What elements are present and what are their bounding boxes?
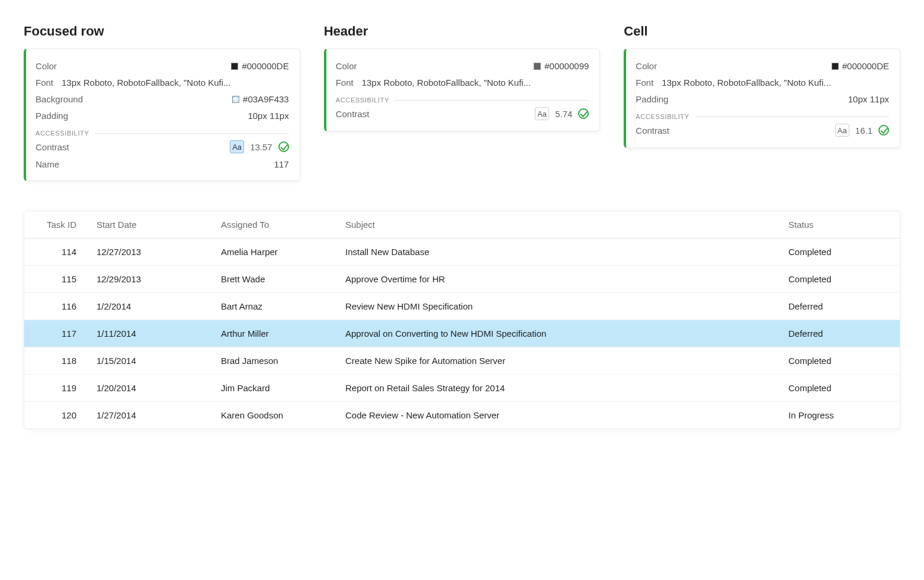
- aa-sample-badge: Aa: [535, 107, 549, 120]
- color-value-wrap: #00000099: [363, 61, 589, 71]
- cell-assigned_to[interactable]: Karen Goodson: [214, 402, 338, 429]
- style-cards-row: Focused rowColor#000000DEFont13px Roboto…: [24, 24, 900, 181]
- contrast-label: Contrast: [636, 125, 669, 136]
- aa-sample-badge: Aa: [835, 124, 849, 137]
- cell-assigned_to[interactable]: Jim Packard: [214, 375, 338, 402]
- tasks-table-head: Task IDStart DateAssigned ToSubjectStatu…: [24, 211, 900, 239]
- cell-status[interactable]: Completed: [781, 266, 900, 293]
- cell-assigned_to[interactable]: Bart Arnaz: [214, 293, 338, 320]
- table-row[interactable]: 1161/2/2014Bart ArnazReview New HDMI Spe…: [24, 293, 900, 320]
- color-label: Color: [636, 61, 657, 71]
- check-circle-icon: [578, 108, 589, 119]
- font-value: 13px Roboto, RobotoFallback, "Noto Kufi.…: [62, 78, 289, 88]
- column-header-subject[interactable]: Subject: [338, 211, 781, 239]
- cell-start_date[interactable]: 1/11/2014: [89, 320, 214, 347]
- style-card: Color#000000DEFont13px Roboto, RobotoFal…: [624, 49, 900, 148]
- cell-subject[interactable]: Install New Database: [338, 239, 781, 266]
- table-row[interactable]: 11512/29/2013Brett WadeApprove Overtime …: [24, 266, 900, 293]
- contrast-value: 5.74: [555, 109, 572, 119]
- tasks-table[interactable]: Task IDStart DateAssigned ToSubjectStatu…: [24, 211, 900, 428]
- accessibility-heading: ACCESSIBILITY: [636, 113, 689, 120]
- table-row[interactable]: 1191/20/2014Jim PackardReport on Retail …: [24, 375, 900, 402]
- cell-assigned_to[interactable]: Brad Jameson: [214, 347, 338, 375]
- card-title: Cell: [624, 24, 900, 39]
- color-swatch-icon: [832, 63, 839, 70]
- color-value: #00000099: [544, 61, 589, 71]
- padding-value-wrap: 10px 11px: [674, 94, 889, 104]
- background-label: Background: [36, 94, 83, 104]
- contrast-value: 13.57: [250, 142, 272, 152]
- name-value: 117: [65, 159, 289, 169]
- column-header-start_date[interactable]: Start Date: [89, 211, 214, 239]
- padding-value: 10px 11px: [248, 111, 288, 121]
- padding-value-wrap: 10px 11px: [74, 111, 289, 121]
- font-label: Font: [636, 78, 653, 88]
- padding-value: 10px 11px: [848, 94, 889, 104]
- cell-assigned_to[interactable]: Amelia Harper: [214, 239, 338, 266]
- background-value-wrap: #03A9F433: [89, 94, 289, 104]
- data-grid-container: Task IDStart DateAssigned ToSubjectStatu…: [24, 211, 900, 429]
- contrast-value: 16.1: [855, 125, 872, 136]
- cell-subject[interactable]: Code Review - New Automation Server: [338, 402, 781, 429]
- style-card: Color#000000DEFont13px Roboto, RobotoFal…: [24, 49, 300, 181]
- background-value: #03A9F433: [243, 94, 289, 104]
- font-label: Font: [336, 78, 354, 88]
- cell-status[interactable]: Deferred: [781, 320, 900, 347]
- cell-subject[interactable]: Report on Retail Sales Strategy for 2014: [338, 375, 781, 402]
- cell-status[interactable]: Deferred: [781, 293, 900, 320]
- check-circle-icon: [878, 125, 889, 136]
- column-header-status[interactable]: Status: [781, 211, 900, 239]
- column-header-assigned_to[interactable]: Assigned To: [214, 211, 338, 239]
- cell-start_date[interactable]: 1/27/2014: [89, 402, 214, 429]
- color-label: Color: [336, 61, 357, 71]
- cell-task_id[interactable]: 118: [24, 347, 89, 375]
- check-circle-icon: [278, 141, 289, 152]
- cell-subject[interactable]: Review New HDMI Specification: [338, 293, 781, 320]
- cell-status[interactable]: In Progress: [781, 402, 900, 429]
- accessibility-heading: ACCESSIBILITY: [336, 96, 390, 104]
- cell-status[interactable]: Completed: [781, 239, 900, 266]
- table-row[interactable]: 11412/27/2013Amelia HarperInstall New Da…: [24, 239, 900, 266]
- cell-assigned_to[interactable]: Brett Wade: [214, 266, 338, 293]
- cell-subject[interactable]: Create New Spike for Automation Server: [338, 347, 781, 375]
- color-value: #000000DE: [242, 61, 288, 71]
- style-card: Color#00000099Font13px Roboto, RobotoFal…: [324, 49, 601, 131]
- name-label: Name: [36, 159, 59, 169]
- contrast-label: Contrast: [336, 109, 370, 119]
- cell-status[interactable]: Completed: [781, 375, 900, 402]
- cell-task_id[interactable]: 120: [24, 402, 89, 429]
- cell-status[interactable]: Completed: [781, 347, 900, 375]
- color-value: #000000DE: [842, 61, 889, 71]
- cell-task_id[interactable]: 116: [24, 293, 89, 320]
- cell-start_date[interactable]: 1/15/2014: [89, 347, 214, 375]
- table-row[interactable]: 1171/11/2014Arthur MillerApproval on Con…: [24, 320, 900, 347]
- column-header-task_id[interactable]: Task ID: [24, 211, 89, 239]
- cell-subject[interactable]: Approve Overtime for HR: [338, 266, 781, 293]
- card-title: Header: [324, 24, 601, 39]
- font-label: Font: [36, 78, 53, 88]
- color-value-wrap: #000000DE: [63, 61, 289, 71]
- cell-start_date[interactable]: 1/2/2014: [89, 293, 214, 320]
- cell-task_id[interactable]: 114: [24, 239, 89, 266]
- font-value: 13px Roboto, RobotoFallback, "Noto Kufi.…: [662, 78, 889, 88]
- padding-label: Padding: [636, 94, 668, 104]
- table-row[interactable]: 1201/27/2014Karen GoodsonCode Review - N…: [24, 402, 900, 429]
- cell-start_date[interactable]: 12/27/2013: [89, 239, 214, 266]
- cell-assigned_to[interactable]: Arthur Miller: [214, 320, 338, 347]
- cell-start_date[interactable]: 1/20/2014: [89, 375, 214, 402]
- cell-task_id[interactable]: 119: [24, 375, 89, 402]
- cell-subject[interactable]: Approval on Converting to New HDMI Speci…: [338, 320, 781, 347]
- contrast-label: Contrast: [36, 142, 69, 152]
- color-value-wrap: #000000DE: [663, 61, 889, 71]
- padding-label: Padding: [36, 111, 68, 121]
- accessibility-heading: ACCESSIBILITY: [36, 130, 89, 137]
- cell-task_id[interactable]: 117: [24, 320, 89, 347]
- color-swatch-icon: [534, 63, 541, 70]
- card-title: Focused row: [24, 24, 300, 39]
- cell-start_date[interactable]: 12/29/2013: [89, 266, 214, 293]
- color-swatch-icon: [232, 96, 239, 103]
- color-swatch-icon: [231, 63, 238, 70]
- aa-sample-badge: Aa: [230, 140, 244, 153]
- cell-task_id[interactable]: 115: [24, 266, 89, 293]
- table-row[interactable]: 1181/15/2014Brad JamesonCreate New Spike…: [24, 347, 900, 375]
